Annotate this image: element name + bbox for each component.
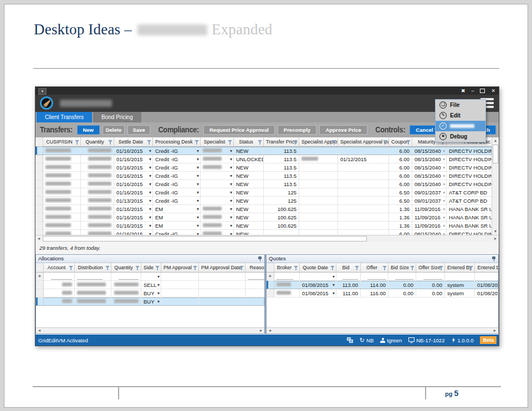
column-header-entered-date[interactable]: Entered Date <box>475 263 498 272</box>
grid-cell[interactable] <box>299 213 338 221</box>
grid-cell[interactable]: EM▾ <box>153 205 201 213</box>
dropdown-arrow-icon[interactable]: ▾ <box>332 289 335 297</box>
grid-cell[interactable]: Credit -IG▾ <box>153 197 201 204</box>
approve-price-button[interactable]: Approve Price <box>319 125 367 135</box>
new-button[interactable]: New <box>77 125 100 135</box>
grid-cell[interactable]: 113.5 <box>264 163 299 171</box>
scrollbar-thumb[interactable] <box>43 236 367 242</box>
dropdown-arrow-icon[interactable]: ▾ <box>443 205 445 213</box>
grid-cell[interactable] <box>388 273 416 280</box>
dropdown-arrow-icon[interactable]: ▾ <box>197 188 199 196</box>
grid-cell[interactable]: 100.625 <box>264 222 299 229</box>
grid-cell[interactable] <box>299 172 338 179</box>
dropdown-arrow-icon[interactable]: ▾ <box>230 188 232 196</box>
dropdown-arrow-icon[interactable]: ▾ <box>197 155 199 163</box>
grid-cell[interactable] <box>43 197 81 204</box>
menu-item-debug[interactable]: ★Debug <box>436 131 485 142</box>
grid-cell[interactable]: Credit -IG▾ <box>153 147 201 155</box>
grid-cell[interactable] <box>475 273 498 280</box>
maximize-icon[interactable] <box>480 89 485 93</box>
grid-cell[interactable] <box>81 213 114 221</box>
dropdown-arrow-icon[interactable]: ▾ <box>149 180 151 188</box>
grid-cell[interactable]: 01/16/2015▾ <box>114 155 153 163</box>
dropdown-arrow-icon[interactable]: ▾ <box>149 172 151 179</box>
transfers-row[interactable]: 01/16/2015▾EM▾▾NEW100.6251.3611/09/2016▾… <box>35 205 492 213</box>
transfers-row[interactable]: 01/16/2015▾Credit -IG▾▾NEW113.56.0008/15… <box>35 172 492 180</box>
grid-cell[interactable] <box>81 180 114 188</box>
filter-icon[interactable] <box>330 266 335 270</box>
grid-cell[interactable]: NEW <box>234 147 264 155</box>
grid-cell[interactable]: Credit -IG▾ <box>153 172 201 179</box>
dropdown-arrow-icon[interactable]: ▾ <box>157 281 160 289</box>
grid-cell[interactable]: ▾ <box>201 230 234 235</box>
dropdown-arrow-icon[interactable]: ▾ <box>443 197 445 204</box>
network-icon[interactable] <box>347 337 353 343</box>
dropdown-arrow-icon[interactable]: ▾ <box>443 230 445 235</box>
grid-cell[interactable]: EM▾ <box>153 222 201 229</box>
dropdown-arrow-icon[interactable]: ▾ <box>149 230 151 235</box>
grid-cell[interactable]: ▾ <box>300 273 336 280</box>
grid-cell[interactable]: 01/08/2015 <box>475 281 498 289</box>
grid-cell[interactable]: HANA BANK SR UNSEC <box>447 205 492 213</box>
column-header-offer-size[interactable]: Offer Size <box>416 263 445 272</box>
grid-cell[interactable]: 113.5 <box>264 155 299 163</box>
column-header-offer[interactable]: Offer <box>361 263 388 272</box>
grid-cell[interactable]: DIRECTV HOLDINGS/FI <box>447 230 492 235</box>
grid-cell[interactable] <box>245 289 264 297</box>
grid-cell[interactable]: 0.00 <box>416 289 445 297</box>
column-header-settle-date[interactable]: Settle Date <box>114 137 153 146</box>
transfers-row[interactable]: 01/13/2015▾Credit -IG▾▾NEW1256.5009/01/2… <box>35 197 492 205</box>
quotes-row[interactable]: 01/08/2015▾113.00114.000.000.00system01/… <box>267 281 498 289</box>
grid-cell[interactable]: system <box>445 289 475 297</box>
grid-cell[interactable] <box>245 281 264 289</box>
grid-cell[interactable]: 01/08/2015▾ <box>300 289 336 297</box>
grid-cell[interactable]: BUY▾ <box>141 297 161 305</box>
grid-cell[interactable] <box>161 273 199 280</box>
dropdown-arrow-icon[interactable]: ▾ <box>332 281 335 289</box>
dropdown-arrow-icon[interactable]: ▾ <box>149 197 151 204</box>
dropdown-arrow-icon[interactable]: ▾ <box>230 213 232 221</box>
grid-cell[interactable] <box>445 273 475 280</box>
grid-cell[interactable] <box>44 273 75 280</box>
grid-cell[interactable]: NEW <box>234 188 264 196</box>
grid-cell[interactable] <box>199 281 245 289</box>
column-header-pm-approval-date[interactable]: PM Approval Date <box>199 263 245 272</box>
dropdown-arrow-icon[interactable]: ▾ <box>230 180 232 188</box>
grid-cell[interactable]: 01/16/2015▾ <box>114 205 153 213</box>
grid-cell[interactable] <box>361 273 388 280</box>
grid-cell[interactable]: 6.00 <box>389 172 412 179</box>
dropdown-arrow-icon[interactable]: ▾ <box>197 147 199 155</box>
column-header-transfer-price[interactable]: Transfer Price <box>264 137 299 146</box>
grid-cell[interactable]: ▾ <box>201 172 234 179</box>
dropdown-arrow-icon[interactable]: ▾ <box>230 230 232 235</box>
grid-cell[interactable] <box>44 297 75 305</box>
grid-cell[interactable]: 09/01/2037▾ <box>412 197 447 204</box>
grid-cell[interactable]: DIRECTV HOLDINGS/FI <box>447 172 492 179</box>
column-header-specialist-approval-date[interactable]: Specialist Approval Date <box>338 137 389 146</box>
grid-cell[interactable]: 113.5 <box>264 180 299 188</box>
column-header-broker[interactable]: Broker <box>274 263 300 272</box>
dropdown-arrow-icon[interactable]: ▾ <box>332 273 335 280</box>
grid-cell[interactable] <box>338 147 389 155</box>
grid-cell[interactable] <box>75 281 111 289</box>
transfers-row[interactable]: 01/16/2015▾Credit -IG▾▾NEW1256.5009/01/2… <box>35 188 492 197</box>
scroll-right-icon[interactable]: ► <box>258 328 264 333</box>
grid-cell[interactable] <box>338 188 389 196</box>
grid-cell[interactable] <box>81 155 114 163</box>
grid-cell[interactable]: Credit -IG▾ <box>153 180 201 188</box>
grid-cell[interactable]: 01/08/2015 <box>475 289 498 297</box>
grid-cell[interactable] <box>81 163 114 171</box>
column-header-cusip-isin[interactable]: CUSIP/ISIN <box>43 137 81 146</box>
grid-cell[interactable]: 08/15/2040▾ <box>412 180 447 188</box>
column-header-quantity[interactable]: Quantity <box>81 137 114 146</box>
menu-item-file[interactable]: ❏File <box>436 100 485 110</box>
grid-cell[interactable] <box>43 213 81 221</box>
grid-cell[interactable] <box>338 172 389 179</box>
grid-cell[interactable]: 11/09/2016▾ <box>412 222 447 229</box>
grid-cell[interactable]: ▾ <box>201 213 234 221</box>
grid-cell[interactable]: NEW <box>234 180 264 188</box>
grid-cell[interactable]: DIRECTV HOLDINGS/FI <box>447 163 492 171</box>
grid-cell[interactable] <box>43 188 81 196</box>
transfers-row[interactable]: 01/16/2015▾EM▾▾NEW100.6251.3611/09/2016▾… <box>35 213 492 222</box>
column-header-side[interactable]: Side <box>141 263 161 272</box>
